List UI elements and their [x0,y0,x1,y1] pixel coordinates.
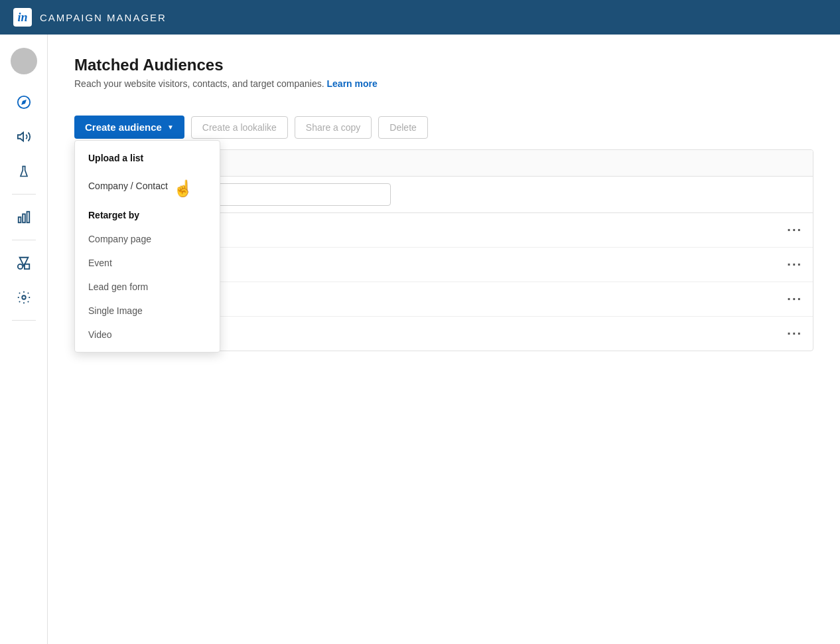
sidebar-item-megaphone[interactable] [9,122,38,151]
dropdown-item-single-image[interactable]: Single Image [75,299,220,323]
create-audience-dropdown-menu: Upload a list Company / Contact ☝️ Retar… [74,140,220,353]
row-more-2[interactable]: ··· [787,291,802,307]
svg-rect-5 [27,212,29,223]
dropdown-item-company-contact[interactable]: Company / Contact ☝️ [75,170,220,202]
svg-point-9 [22,295,26,299]
sidebar [0,35,48,644]
row-more-3[interactable]: ··· [787,326,802,341]
delete-button[interactable]: Delete [378,116,427,139]
dropdown-item-company-page[interactable]: Company page [75,227,220,251]
svg-point-8 [17,264,22,269]
share-copy-button[interactable]: Share a copy [295,116,372,139]
chevron-down-icon: ▼ [167,123,174,131]
nav-title: CAMPAIGN MANAGER [40,12,167,23]
cursor-hand-icon: ☝️ [173,179,193,198]
sidebar-item-flask[interactable] [9,157,38,186]
sidebar-divider-2 [12,240,36,240]
dropdown-item-video[interactable]: Video [75,323,220,347]
svg-rect-7 [24,264,29,269]
sidebar-divider-1 [12,194,36,195]
page-subtitle: Reach your website visitors, contacts, a… [74,78,813,89]
sidebar-item-shapes[interactable] [9,248,38,278]
svg-rect-4 [23,214,25,222]
svg-marker-2 [17,133,23,141]
page-title: Matched Audiences [74,56,813,74]
sidebar-item-bar-chart[interactable] [9,202,38,232]
svg-marker-1 [21,100,27,105]
top-nav: in CAMPAIGN MANAGER [0,0,840,35]
dropdown-item-lead-gen-form[interactable]: Lead gen form [75,275,220,299]
create-lookalike-button[interactable]: Create a lookalike [191,116,288,139]
dropdown-section-retarget: Retarget by [75,202,220,227]
sidebar-item-gear[interactable] [9,283,38,312]
create-audience-dropdown-container: Create audience ▼ Upload a list Company … [74,116,184,139]
dropdown-item-upload-list[interactable]: Upload a list [75,146,220,170]
sidebar-divider-3 [12,320,36,321]
row-more-0[interactable]: ··· [787,222,802,238]
svg-rect-3 [18,217,21,222]
dropdown-item-event[interactable]: Event [75,251,220,275]
main-content: Matched Audiences Reach your website vis… [48,35,840,644]
row-more-1[interactable]: ··· [787,257,802,272]
learn-more-link[interactable]: Learn more [327,78,378,89]
toolbar: Create audience ▼ Upload a list Company … [74,105,813,139]
linkedin-logo: in [13,8,32,27]
create-audience-button[interactable]: Create audience ▼ [74,116,184,139]
sidebar-item-compass[interactable] [9,88,38,117]
avatar [11,48,37,74]
